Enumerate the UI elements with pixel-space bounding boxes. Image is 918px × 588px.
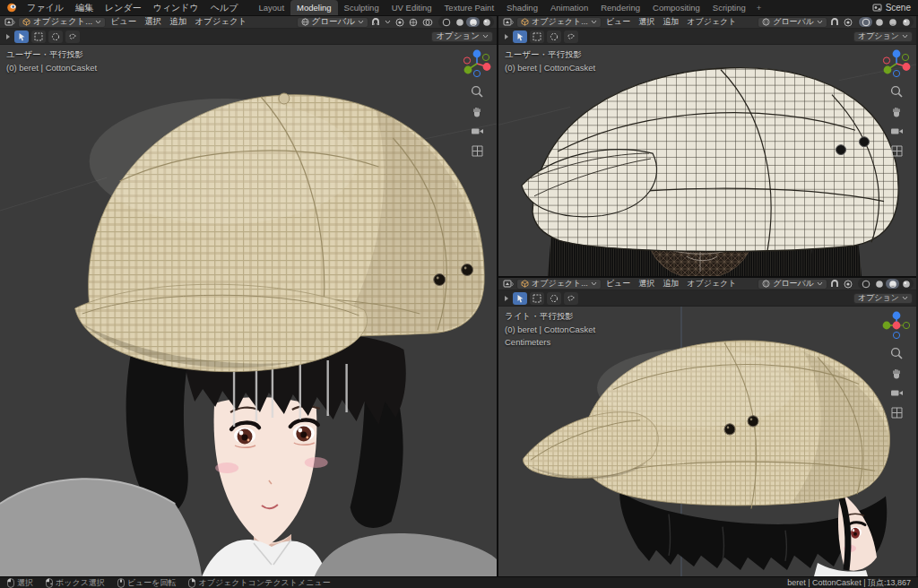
menu-view[interactable]: ビュー: [602, 278, 634, 290]
pan-hand-button[interactable]: [890, 367, 904, 380]
status-select: 選択: [7, 577, 33, 588]
tab-layout[interactable]: Layout: [253, 0, 291, 15]
shading-rendered-button[interactable]: [899, 279, 913, 289]
tool-select-lasso-button[interactable]: [564, 30, 578, 43]
menu-edit[interactable]: 編集: [70, 0, 99, 15]
shading-solid-button[interactable]: [872, 279, 886, 289]
tab-compositing[interactable]: Compositing: [646, 0, 706, 15]
viewport-canvas-main[interactable]: [0, 45, 497, 576]
tool-select-lasso-button[interactable]: [564, 292, 578, 305]
editor-type-button[interactable]: [501, 17, 515, 28]
orientation-dropdown[interactable]: グローバル: [297, 17, 368, 28]
blender-logo-icon[interactable]: [4, 3, 21, 13]
tool-tweak-button[interactable]: [513, 292, 527, 305]
tab-shading[interactable]: Shading: [500, 0, 544, 15]
shading-solid-button[interactable]: [453, 17, 466, 27]
camera-view-button[interactable]: [890, 125, 904, 138]
tab-animation[interactable]: Animation: [544, 0, 594, 15]
menu-view[interactable]: ビュー: [107, 16, 140, 28]
tool-select-lasso-button[interactable]: [65, 30, 80, 43]
editor-type-button[interactable]: [3, 17, 17, 28]
tab-sculpting[interactable]: Sculpting: [338, 0, 385, 15]
tool-select-circle-button[interactable]: [48, 30, 63, 43]
shading-wireframe-button[interactable]: [439, 17, 453, 27]
camera-view-button[interactable]: [471, 125, 484, 138]
tab-texture-paint[interactable]: Texture Paint: [438, 0, 500, 15]
tool-select-circle-button[interactable]: [547, 292, 561, 305]
orientation-dropdown[interactable]: グローバル: [758, 17, 827, 28]
tool-settings-collapse[interactable]: [502, 31, 511, 42]
chevron-down-icon: [591, 281, 597, 286]
options-dropdown[interactable]: オプション: [853, 293, 913, 304]
tab-uv-editing[interactable]: UV Editing: [385, 0, 438, 15]
scene-selector[interactable]: Scene: [865, 0, 918, 15]
shading-material-button[interactable]: [886, 17, 899, 27]
zoom-button[interactable]: [890, 85, 904, 99]
orientation-dropdown[interactable]: グローバル: [758, 279, 827, 290]
tool-tweak-button[interactable]: [14, 30, 29, 43]
tool-select-circle-button[interactable]: [547, 30, 561, 43]
menu-add[interactable]: 追加: [659, 16, 682, 28]
snap-magnet-button[interactable]: [369, 17, 382, 28]
overlays-toggle-button[interactable]: [420, 17, 435, 28]
zoom-button[interactable]: [890, 347, 904, 360]
snap-magnet-button[interactable]: [828, 17, 841, 28]
shading-solid-button[interactable]: [872, 17, 886, 27]
mode-dropdown[interactable]: オブジェクト...: [18, 17, 106, 28]
menu-object[interactable]: オブジェクト: [683, 278, 740, 290]
menu-help[interactable]: ヘルプ: [205, 0, 244, 15]
gizmos-toggle-button[interactable]: [407, 17, 420, 28]
zoom-button[interactable]: [471, 85, 484, 99]
navigation-gizmo[interactable]: [462, 48, 492, 79]
add-workspace-button[interactable]: +: [752, 0, 766, 15]
options-dropdown[interactable]: オプション: [853, 31, 913, 42]
snap-magnet-button[interactable]: [828, 279, 841, 290]
tab-rendering[interactable]: Rendering: [594, 0, 646, 15]
tool-tweak-button[interactable]: [513, 30, 527, 43]
tab-scripting[interactable]: Scripting: [706, 0, 752, 15]
shading-wireframe-button[interactable]: [859, 17, 872, 27]
menu-view[interactable]: ビュー: [602, 16, 634, 28]
viewport-canvas-wireframe[interactable]: [498, 45, 916, 276]
menu-object[interactable]: オブジェクト: [683, 16, 740, 28]
menu-select[interactable]: 選択: [635, 278, 658, 290]
tool-settings-collapse[interactable]: [502, 293, 511, 304]
proportional-editing-button[interactable]: [842, 17, 854, 28]
camera-view-button[interactable]: [890, 386, 904, 400]
menu-select[interactable]: 選択: [141, 16, 165, 28]
globe-icon: [301, 18, 309, 26]
ortho-grid-button[interactable]: [890, 406, 904, 419]
editor-type-button[interactable]: [501, 279, 515, 290]
mode-dropdown[interactable]: オブジェクト...: [516, 17, 602, 28]
menu-add[interactable]: 追加: [166, 16, 190, 28]
navigation-gizmo[interactable]: [881, 48, 912, 79]
menu-add[interactable]: 追加: [659, 278, 682, 290]
shading-material-button[interactable]: [466, 17, 480, 27]
proportional-editing-button[interactable]: [394, 17, 406, 28]
tool-select-box-button[interactable]: [530, 292, 544, 305]
navigation-gizmo[interactable]: [881, 310, 912, 341]
shading-rendered-button[interactable]: [899, 17, 913, 27]
menu-object[interactable]: オブジェクト: [191, 16, 250, 28]
menu-select[interactable]: 選択: [635, 16, 658, 28]
mode-dropdown[interactable]: オブジェクト...: [516, 279, 602, 290]
mouse-left-drag-icon: [46, 578, 53, 588]
proportional-editing-button[interactable]: [842, 279, 854, 290]
ortho-grid-button[interactable]: [471, 144, 484, 158]
options-dropdown[interactable]: オプション: [431, 31, 493, 42]
pan-hand-button[interactable]: [471, 105, 484, 118]
shading-material-button[interactable]: [886, 279, 899, 289]
menu-render[interactable]: レンダー: [100, 0, 147, 15]
pan-hand-button[interactable]: [890, 105, 904, 118]
tool-settings-collapse[interactable]: [4, 31, 13, 42]
menu-window[interactable]: ウィンドウ: [148, 0, 204, 15]
tool-select-box-button[interactable]: [31, 30, 46, 43]
tab-modeling[interactable]: Modeling: [290, 0, 338, 15]
ortho-grid-button[interactable]: [890, 144, 904, 158]
tool-select-box-button[interactable]: [530, 30, 544, 43]
snap-dropdown[interactable]: [383, 17, 393, 28]
shading-wireframe-button[interactable]: [859, 279, 872, 289]
shading-rendered-button[interactable]: [480, 17, 493, 27]
menu-file[interactable]: ファイル: [22, 0, 69, 15]
viewport-canvas-side[interactable]: [498, 307, 916, 576]
